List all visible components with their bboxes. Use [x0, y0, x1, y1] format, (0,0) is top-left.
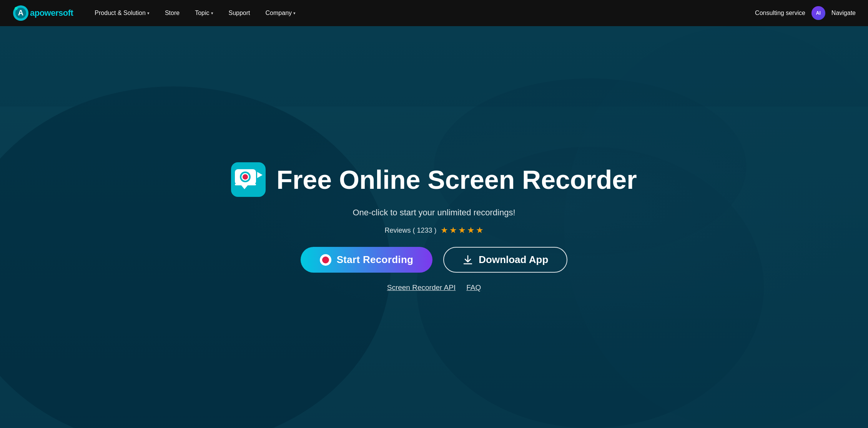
svg-text:A: A: [18, 8, 23, 17]
hero-content: Free Online Screen Recorder One-click to…: [223, 147, 644, 307]
svg-point-4: [15, 7, 18, 10]
nav-item-support[interactable]: Support: [221, 0, 258, 26]
nav-items: Product & Solution ▾ Store Topic ▾ Suppo…: [87, 0, 755, 26]
star-rating: ★ ★ ★ ★ ★: [441, 225, 484, 235]
chevron-down-icon: ▾: [211, 11, 213, 16]
nav-item-product[interactable]: Product & Solution ▾: [87, 0, 157, 26]
faq-link[interactable]: FAQ: [466, 283, 481, 292]
star-5: ★: [476, 225, 484, 235]
nav-navigate[interactable]: Navigate: [831, 10, 856, 17]
cta-row: Start Recording Download App: [301, 247, 568, 273]
svg-rect-18: [235, 184, 256, 185]
nav-right: Consulting service AI Navigate: [755, 6, 856, 20]
hero-title: Free Online Screen Recorder: [276, 165, 637, 194]
svg-point-15: [243, 174, 248, 180]
nav-item-store[interactable]: Store: [157, 0, 187, 26]
chevron-down-icon: ▾: [147, 11, 150, 16]
reviews-row: Reviews ( 1233 ) ★ ★ ★ ★ ★: [384, 225, 483, 235]
nav-item-topic[interactable]: Topic ▾: [187, 0, 221, 26]
chevron-down-icon: ▾: [293, 11, 296, 16]
logo[interactable]: A apowersoft: [12, 5, 73, 22]
screen-recorder-api-link[interactable]: Screen Recorder API: [387, 283, 456, 292]
hero-subtitle: One-click to start your unlimited record…: [353, 208, 515, 218]
download-icon: [462, 255, 473, 265]
ai-badge[interactable]: AI: [811, 6, 825, 20]
reviews-label: Reviews ( 1233 ): [384, 226, 436, 235]
download-app-button[interactable]: Download App: [443, 247, 567, 273]
star-4: ★: [467, 225, 475, 235]
brand-name: apowersoft: [30, 8, 73, 18]
star-3: ★: [458, 225, 466, 235]
hero-links-row: Screen Recorder API FAQ: [387, 283, 481, 292]
star-1: ★: [441, 225, 448, 235]
record-dot-icon: [320, 254, 331, 266]
nav-item-company[interactable]: Company ▾: [258, 0, 303, 26]
star-2: ★: [449, 225, 457, 235]
hero-section: Free Online Screen Recorder One-click to…: [0, 26, 868, 428]
hero-title-row: Free Online Screen Recorder: [231, 162, 637, 197]
navbar: A apowersoft Product & Solution ▾ Store …: [0, 0, 868, 26]
recorder-app-icon: [231, 162, 266, 197]
logo-icon: A: [12, 5, 29, 22]
start-recording-button[interactable]: Start Recording: [301, 247, 433, 273]
nav-consulting[interactable]: Consulting service: [755, 10, 805, 17]
